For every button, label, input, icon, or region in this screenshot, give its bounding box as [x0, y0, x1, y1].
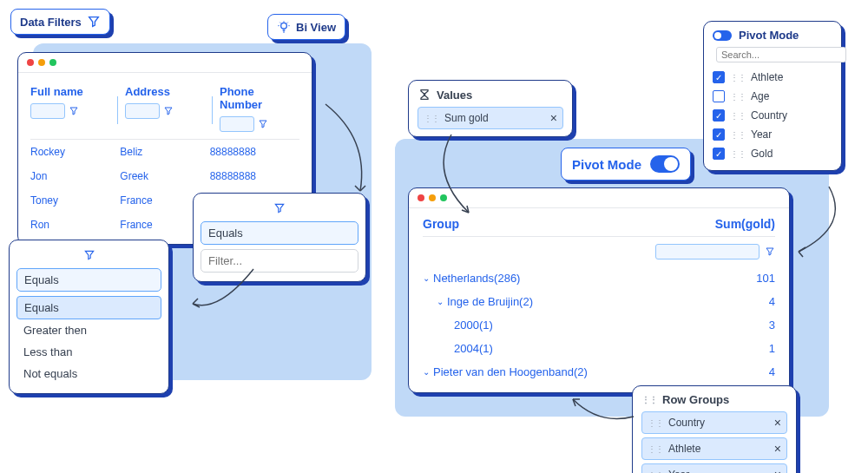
pivot-row[interactable]: ⌄Inge de Bruijin(2)4: [423, 290, 775, 313]
funnel-icon[interactable]: [69, 106, 79, 116]
pivot-mode-mini-switch[interactable]: [713, 30, 732, 41]
cell-name: Rockey: [30, 146, 120, 158]
field-row[interactable]: ⋮⋮Athlete: [713, 68, 832, 87]
pivot-filter-input[interactable]: [655, 244, 760, 259]
field-search-input[interactable]: [716, 47, 846, 62]
remove-icon[interactable]: ×: [774, 442, 781, 456]
field-row[interactable]: ⋮⋮Country: [713, 106, 832, 125]
maximize-dot[interactable]: [440, 194, 447, 201]
column-header[interactable]: Full name: [30, 85, 110, 98]
column-filter-input[interactable]: [30, 103, 65, 119]
funnel-icon: [83, 249, 95, 261]
pivot-row-value: 1: [769, 342, 775, 355]
column-filter-input[interactable]: [220, 116, 254, 132]
table-row[interactable]: RockeyBeliz88888888: [30, 140, 299, 164]
drag-handle-icon: ⋮⋮: [641, 395, 657, 404]
funnel-icon[interactable]: [163, 106, 174, 116]
pivot-row-value: 101: [756, 272, 775, 285]
sigma-icon: [418, 88, 431, 102]
dropdown-option[interactable]: Not equals: [16, 363, 161, 384]
row-group-chip[interactable]: ⋮⋮Year×: [641, 463, 787, 473]
funnel-icon: [273, 202, 286, 214]
drag-handle-icon[interactable]: ⋮⋮: [730, 130, 746, 140]
close-dot[interactable]: [418, 194, 424, 201]
row-group-chip[interactable]: ⋮⋮Country×: [641, 411, 787, 434]
chevron-down-icon[interactable]: ⌄: [437, 297, 444, 306]
column-filter-input[interactable]: [125, 103, 160, 119]
pivot-result-window: Group Sum(gold) ⌄Netherlands(286)101⌄Ing…: [408, 187, 790, 393]
operator-dropdown: EqualsGreater thenLess thanNot equals: [16, 296, 161, 384]
dropdown-option[interactable]: Less than: [16, 341, 161, 363]
pivot-row-label: 2000(1): [454, 319, 493, 332]
row-groups-panel: ⋮⋮ Row Groups ⋮⋮Country×⋮⋮Athlete×⋮⋮Year…: [632, 385, 797, 473]
close-dot[interactable]: [27, 59, 34, 66]
cell-phone: 88888888: [210, 146, 299, 158]
field-checkbox[interactable]: [713, 148, 725, 160]
maximize-dot[interactable]: [49, 59, 56, 66]
column-header[interactable]: Address: [125, 85, 205, 98]
field-row[interactable]: ⋮⋮Year: [713, 125, 832, 144]
cell-phone: 88888888: [210, 170, 299, 182]
bi-view-tag: Bi View: [267, 14, 345, 40]
data-filters-label: Data Filters: [20, 16, 82, 29]
value-chip[interactable]: ⋮⋮ Sum gold ×: [418, 107, 563, 129]
value-chip-label: Sum gold: [444, 112, 489, 124]
chip-label: Year: [668, 469, 689, 473]
pivot-row-label: Inge de Bruijin(2): [447, 295, 533, 308]
pivot-row-value: 4: [769, 365, 775, 378]
filter-operator-select[interactable]: Equals: [201, 221, 358, 245]
drag-handle-icon[interactable]: ⋮⋮: [730, 73, 746, 82]
grid-header-row: Full name Address Phone Number: [30, 82, 299, 140]
pivot-mode-switch[interactable]: [650, 155, 680, 173]
field-row[interactable]: ⋮⋮Age: [713, 87, 832, 106]
pivot-group-header[interactable]: Group: [423, 217, 459, 231]
drag-handle-icon[interactable]: ⋮⋮: [424, 114, 439, 123]
pivot-sum-header[interactable]: Sum(gold): [715, 217, 775, 231]
filter-value-input[interactable]: [201, 249, 358, 273]
pivot-row-value: 3: [769, 319, 775, 332]
column-divider: [212, 96, 213, 124]
chip-label: Athlete: [668, 443, 700, 455]
chevron-down-icon[interactable]: ⌄: [423, 273, 430, 283]
cell-address: Beliz: [120, 146, 209, 158]
field-row[interactable]: ⋮⋮Gold: [713, 144, 832, 163]
remove-icon[interactable]: ×: [774, 416, 781, 430]
row-group-chip[interactable]: ⋮⋮Athlete×: [641, 437, 787, 460]
drag-handle-icon[interactable]: ⋮⋮: [730, 92, 746, 102]
remove-icon[interactable]: ×: [550, 111, 557, 125]
pivot-row[interactable]: ⌄Pieter van den Hoogenband(2)4: [423, 360, 775, 384]
field-checkbox[interactable]: [713, 71, 725, 83]
drag-handle-icon[interactable]: ⋮⋮: [648, 444, 663, 454]
column-header[interactable]: Phone Number: [220, 85, 299, 111]
chip-label: Country: [668, 417, 705, 429]
minimize-dot[interactable]: [38, 59, 45, 66]
funnel-icon[interactable]: [765, 246, 775, 257]
dropdown-option[interactable]: Equals: [16, 296, 161, 319]
drag-handle-icon[interactable]: ⋮⋮: [730, 149, 746, 159]
filter-operator-select[interactable]: Equals: [16, 268, 161, 292]
field-checkbox[interactable]: [713, 109, 725, 122]
cell-name: Toney: [30, 194, 120, 207]
drag-handle-icon[interactable]: ⋮⋮: [730, 111, 746, 121]
window-titlebar: [18, 53, 312, 73]
filter-dropdown-popup: Equals EqualsGreater thenLess thanNot eq…: [9, 240, 169, 394]
field-checkbox[interactable]: [713, 128, 725, 141]
drag-handle-icon[interactable]: ⋮⋮: [648, 418, 663, 428]
chevron-down-icon[interactable]: ⌄: [423, 367, 430, 377]
pivot-row[interactable]: ⌄Netherlands(286)101: [423, 266, 775, 290]
dropdown-option[interactable]: Greater then: [16, 319, 161, 341]
table-row[interactable]: JonGreek88888888: [30, 164, 299, 188]
row-groups-title: Row Groups: [662, 393, 729, 406]
pivot-row-value: 4: [769, 295, 775, 308]
cell-name: Ron: [30, 219, 120, 231]
pivot-mode-toggle-card: Pivot Mode: [561, 148, 691, 181]
pivot-row[interactable]: 2004(1)1: [423, 337, 775, 360]
remove-icon[interactable]: ×: [774, 468, 781, 473]
funnel-icon[interactable]: [258, 119, 268, 129]
pivot-row[interactable]: 2000(1)3: [423, 313, 775, 337]
drag-handle-icon[interactable]: ⋮⋮: [648, 470, 663, 474]
minimize-dot[interactable]: [429, 194, 436, 201]
cell-name: Jon: [30, 170, 120, 182]
field-label: Athlete: [751, 71, 783, 83]
field-checkbox[interactable]: [713, 90, 725, 102]
